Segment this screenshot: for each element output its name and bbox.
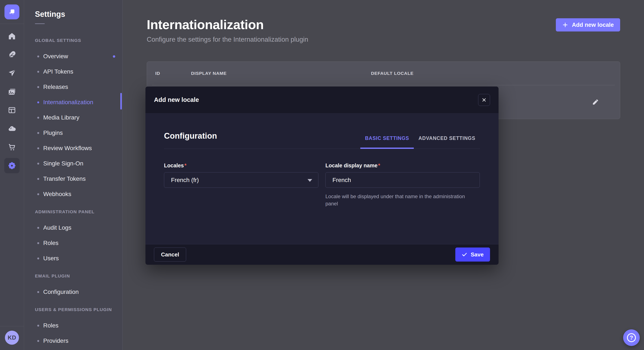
column-header-id: ID (155, 71, 191, 76)
column-header-display-name: DISPLAY NAME (191, 71, 371, 76)
notification-dot (113, 55, 115, 58)
sidebar-item-media-library[interactable]: Media Library (24, 110, 122, 125)
locales-select[interactable]: French (fr) (164, 172, 318, 188)
display-name-label-text: Locale display name (326, 163, 378, 169)
sidebar-item-review-workflows[interactable]: Review Workflows (24, 141, 122, 156)
display-name-field: Locale display name* French Locale will … (326, 163, 480, 212)
check-icon (462, 252, 467, 257)
locales-label-text: Locales (164, 163, 184, 169)
settings-subnav: Settings GLOBAL SETTINGS Overview API To… (24, 0, 123, 350)
pencil-icon (592, 99, 599, 105)
subnav-scrollbar-thumb[interactable] (120, 93, 122, 110)
section-label: ADMINISTRATION PANEL (35, 209, 122, 214)
home-nav-button[interactable] (4, 28, 20, 44)
strapi-admin-app: KD Settings GLOBAL SETTINGS Overview API… (0, 0, 644, 350)
sidebar-item-up-roles[interactable]: Roles (24, 318, 122, 333)
locales-select-value: French (fr) (171, 177, 199, 183)
sidebar-item-webhooks[interactable]: Webhooks (24, 186, 122, 202)
chevron-down-icon (308, 179, 312, 182)
close-icon (482, 98, 486, 102)
configuration-heading-row: Configuration BASIC SETTINGS ADVANCED SE… (164, 131, 480, 149)
settings-nav-button[interactable] (4, 158, 20, 173)
sidebar-item-configuration[interactable]: Configuration (24, 284, 122, 300)
marketplace-nav-button[interactable] (4, 140, 20, 155)
add-new-locale-button[interactable]: Add new locale (556, 18, 620, 31)
column-header-default-locale: DEFAULT LOCALE (371, 71, 414, 76)
sidebar-item-label: Audit Logs (43, 224, 71, 231)
bullet-icon (37, 257, 39, 259)
user-avatar[interactable]: KD (5, 331, 19, 345)
help-button[interactable]: ? (623, 329, 640, 346)
workspace-logo-wrap (0, 0, 24, 24)
bullet-icon (37, 227, 39, 229)
layout-icon (8, 106, 16, 114)
subnav-title: Settings (35, 10, 122, 19)
strapi-logo[interactable] (4, 4, 20, 19)
bullet-icon (37, 340, 39, 342)
sidebar-item-users[interactable]: Users (24, 251, 122, 266)
sidebar-item-label: Webhooks (43, 191, 71, 197)
configuration-title: Configuration (164, 131, 217, 141)
media-library-nav-button[interactable] (4, 84, 20, 99)
sidebar-item-roles[interactable]: Roles (24, 235, 122, 251)
sidebar-item-plugins[interactable]: Plugins (24, 125, 122, 141)
sidebar-item-label: Users (43, 255, 59, 262)
cloud-icon (8, 124, 16, 133)
sidebar-item-single-sign-on[interactable]: Single Sign-On (24, 156, 122, 171)
tab-basic-settings[interactable]: BASIC SETTINGS (360, 136, 414, 149)
content-type-builder-nav-button[interactable] (4, 103, 20, 118)
close-modal-button[interactable] (478, 94, 490, 106)
locales-label: Locales* (164, 163, 318, 169)
pictures-icon (8, 87, 16, 96)
modal-header: Add new locale (146, 87, 498, 113)
modal-fields: Locales* French (fr) Locale display name… (164, 163, 480, 212)
sidebar-item-audit-logs[interactable]: Audit Logs (24, 220, 122, 235)
gear-icon (8, 161, 16, 170)
sidebar-item-releases[interactable]: Releases (24, 79, 122, 95)
main-nav-rail: KD (0, 0, 24, 350)
subnav-section-users-permissions-plugin: USERS & PERMISSIONS PLUGIN Roles Provide… (24, 307, 122, 349)
sidebar-item-overview[interactable]: Overview (24, 49, 122, 64)
sidebar-item-label: Roles (43, 322, 58, 329)
sidebar-item-providers[interactable]: Providers (24, 333, 122, 349)
home-icon (8, 32, 16, 40)
sidebar-item-internationalization[interactable]: Internationalization (24, 95, 122, 110)
sidebar-item-label: Plugins (43, 130, 63, 136)
sidebar-item-label: Review Workflows (43, 145, 92, 152)
sidebar-item-label: Single Sign-On (43, 160, 83, 167)
content-manager-nav-button[interactable] (4, 47, 20, 62)
bullet-icon (37, 71, 39, 73)
subnav-section-administration-panel: ADMINISTRATION PANEL Audit Logs Roles Us… (24, 209, 122, 266)
cloud-nav-button[interactable] (4, 121, 20, 136)
required-asterisk: * (378, 163, 380, 169)
bullet-icon (37, 132, 39, 134)
bullet-icon (37, 163, 39, 165)
bullet-icon (37, 291, 39, 293)
rail-icon-list (4, 28, 20, 173)
edit-locale-button[interactable] (592, 99, 599, 105)
section-label: EMAIL PLUGIN (35, 273, 122, 279)
page-header: Internationalization Configure the setti… (123, 0, 644, 43)
cancel-button[interactable]: Cancel (154, 247, 186, 262)
sidebar-item-transfer-tokens[interactable]: Transfer Tokens (24, 171, 122, 186)
required-asterisk: * (184, 163, 186, 169)
sidebar-item-label: Internationalization (43, 99, 93, 106)
modal-body: Configuration BASIC SETTINGS ADVANCED SE… (146, 113, 498, 244)
save-button-label: Save (471, 251, 484, 258)
modal-title: Add new locale (154, 96, 199, 103)
subnav-section-global-settings: GLOBAL SETTINGS Overview API Tokens Rele… (24, 38, 122, 202)
deploy-nav-button[interactable] (4, 65, 20, 81)
tab-advanced-settings[interactable]: ADVANCED SETTINGS (414, 136, 480, 149)
sidebar-item-label: Media Library (43, 114, 80, 121)
add-new-locale-label: Add new locale (572, 22, 614, 28)
bullet-icon (37, 147, 39, 149)
locale-display-name-input[interactable]: French (326, 172, 480, 188)
question-mark-icon: ? (627, 333, 636, 342)
plus-icon (562, 22, 568, 28)
shopping-cart-icon (8, 143, 16, 151)
sidebar-item-label: Providers (43, 338, 68, 344)
subnav-section-email-plugin: EMAIL PLUGIN Configuration (24, 273, 122, 300)
subnav-title-underline (35, 23, 45, 24)
save-button[interactable]: Save (455, 247, 490, 262)
sidebar-item-api-tokens[interactable]: API Tokens (24, 64, 122, 79)
